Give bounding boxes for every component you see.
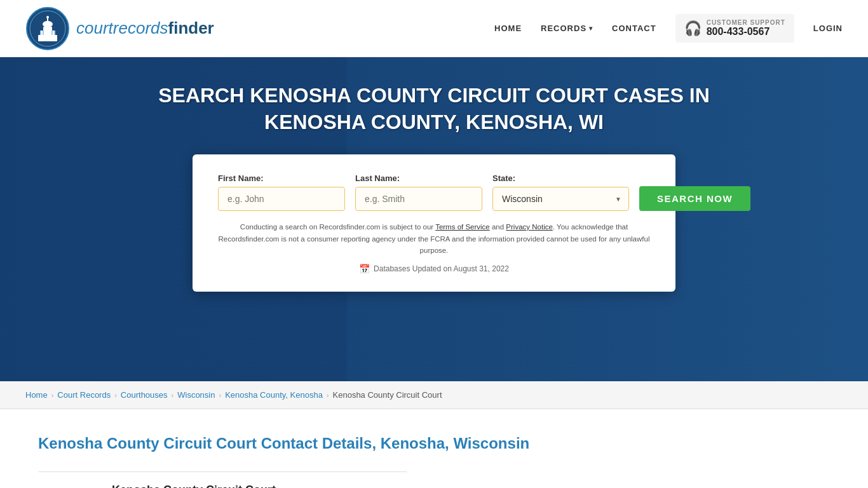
logo-area[interactable]: courtrecordsfinder bbox=[25, 6, 214, 51]
support-info: CUSTOMER SUPPORT 800-433-0567 bbox=[707, 19, 785, 37]
site-header: courtrecordsfinder HOME RECORDS ▾ CONTAC… bbox=[0, 0, 868, 57]
breadcrumb-sep-1: › bbox=[51, 391, 54, 399]
breadcrumb-sep-3: › bbox=[172, 391, 174, 399]
court-name-row: Court Name: Kenosha County Circuit Court bbox=[38, 472, 407, 488]
breadcrumb-sep-2: › bbox=[114, 391, 117, 399]
disclaimer-text: Conducting a search on Recordsfinder.com… bbox=[218, 221, 650, 256]
last-name-input[interactable] bbox=[355, 187, 482, 211]
db-updated-text: Databases Updated on August 31, 2022 bbox=[374, 264, 509, 273]
first-name-label: First Name: bbox=[218, 173, 345, 183]
records-chevron-icon: ▾ bbox=[589, 25, 593, 32]
breadcrumb-sep-5: › bbox=[327, 391, 329, 399]
nav-contact[interactable]: CONTACT bbox=[612, 24, 656, 33]
svg-rect-8 bbox=[40, 30, 41, 35]
logo-text: courtrecordsfinder bbox=[76, 18, 214, 38]
breadcrumb-current: Kenosha County Circuit Court bbox=[333, 390, 442, 400]
breadcrumb-bar: Home › Court Records › Courthouses › Wis… bbox=[0, 381, 868, 409]
svg-rect-9 bbox=[43, 30, 44, 35]
breadcrumb-home[interactable]: Home bbox=[25, 390, 48, 400]
tos-link[interactable]: Terms of Service bbox=[435, 223, 490, 231]
privacy-link[interactable]: Privacy Notice bbox=[506, 223, 553, 231]
state-label: State: bbox=[492, 173, 629, 183]
nav-login[interactable]: LOGIN bbox=[813, 24, 843, 33]
logo-icon bbox=[25, 6, 70, 51]
main-content: Kenosha County Circuit Court Contact Det… bbox=[0, 409, 572, 488]
main-nav: HOME RECORDS ▾ CONTACT 🎧 CUSTOMER SUPPOR… bbox=[494, 14, 843, 43]
svg-rect-4 bbox=[43, 27, 52, 31]
db-updated: 📅 Databases Updated on August 31, 2022 bbox=[218, 264, 650, 274]
state-select-wrapper: Wisconsin bbox=[492, 187, 629, 211]
svg-rect-2 bbox=[38, 35, 57, 41]
breadcrumb-wisconsin[interactable]: Wisconsin bbox=[177, 390, 215, 400]
breadcrumb-court-records[interactable]: Court Records bbox=[57, 390, 111, 400]
search-fields: First Name: Last Name: State: Wisconsin … bbox=[218, 173, 650, 211]
nav-home[interactable]: HOME bbox=[494, 24, 522, 33]
last-name-group: Last Name: bbox=[355, 173, 482, 211]
breadcrumb-kenosha-county[interactable]: Kenosha County, Kenosha bbox=[225, 390, 323, 400]
svg-point-5 bbox=[43, 21, 53, 27]
breadcrumb-courthouses[interactable]: Courthouses bbox=[121, 390, 168, 400]
breadcrumb: Home › Court Records › Courthouses › Wis… bbox=[25, 390, 843, 400]
first-name-input[interactable] bbox=[218, 187, 345, 211]
calendar-icon: 📅 bbox=[359, 264, 370, 274]
nav-records[interactable]: RECORDS ▾ bbox=[541, 24, 593, 33]
headset-icon: 🎧 bbox=[684, 20, 702, 37]
svg-rect-11 bbox=[54, 30, 55, 35]
support-area: 🎧 CUSTOMER SUPPORT 800-433-0567 bbox=[675, 14, 794, 43]
search-card: First Name: Last Name: State: Wisconsin … bbox=[193, 154, 675, 292]
first-name-group: First Name: bbox=[218, 173, 345, 211]
state-group: State: Wisconsin bbox=[492, 173, 629, 211]
hero-section: SEARCH KENOSHA COUNTY CIRCUIT COURT CASE… bbox=[0, 57, 868, 381]
svg-rect-10 bbox=[51, 30, 53, 35]
search-button[interactable]: SEARCH NOW bbox=[639, 186, 750, 211]
court-name-value: Kenosha County Circuit Court bbox=[112, 484, 276, 488]
last-name-label: Last Name: bbox=[355, 173, 482, 183]
breadcrumb-sep-4: › bbox=[219, 391, 221, 399]
state-select[interactable]: Wisconsin bbox=[492, 187, 629, 211]
hero-title: SEARCH KENOSHA COUNTY CIRCUIT COURT CASE… bbox=[148, 83, 720, 135]
svg-point-7 bbox=[46, 16, 49, 18]
page-heading: Kenosha County Circuit Court Contact Det… bbox=[38, 435, 534, 452]
details-table: Court Name: Kenosha County Circuit Court… bbox=[38, 471, 407, 488]
